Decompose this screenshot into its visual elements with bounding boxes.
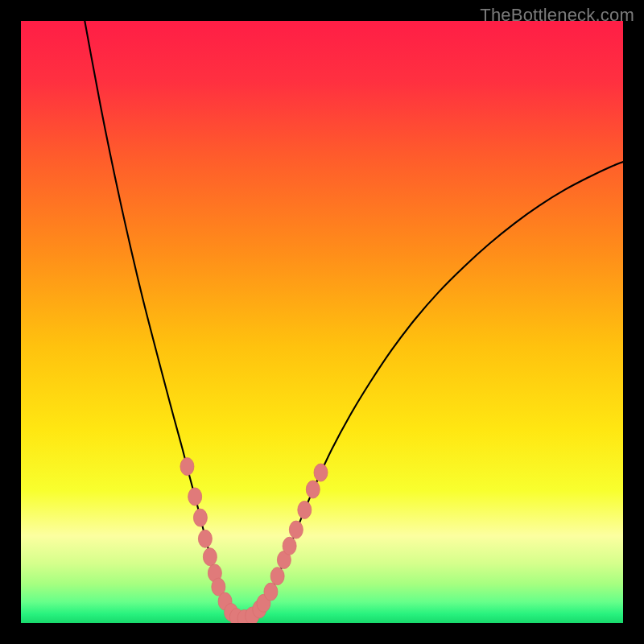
data-marker xyxy=(298,501,312,518)
chart-plot-area xyxy=(21,21,623,623)
data-marker xyxy=(264,583,278,601)
data-marker xyxy=(289,521,303,539)
chart-svg xyxy=(21,21,623,623)
watermark-text: TheBottleneck.com xyxy=(480,5,634,26)
data-marker xyxy=(188,488,202,506)
data-marker xyxy=(314,464,328,481)
chart-background xyxy=(21,21,623,623)
data-marker xyxy=(203,548,217,566)
data-marker xyxy=(198,530,212,547)
data-marker xyxy=(306,481,320,498)
data-marker xyxy=(193,509,207,526)
data-marker xyxy=(283,537,296,555)
data-marker xyxy=(180,458,194,476)
data-marker xyxy=(270,568,284,585)
